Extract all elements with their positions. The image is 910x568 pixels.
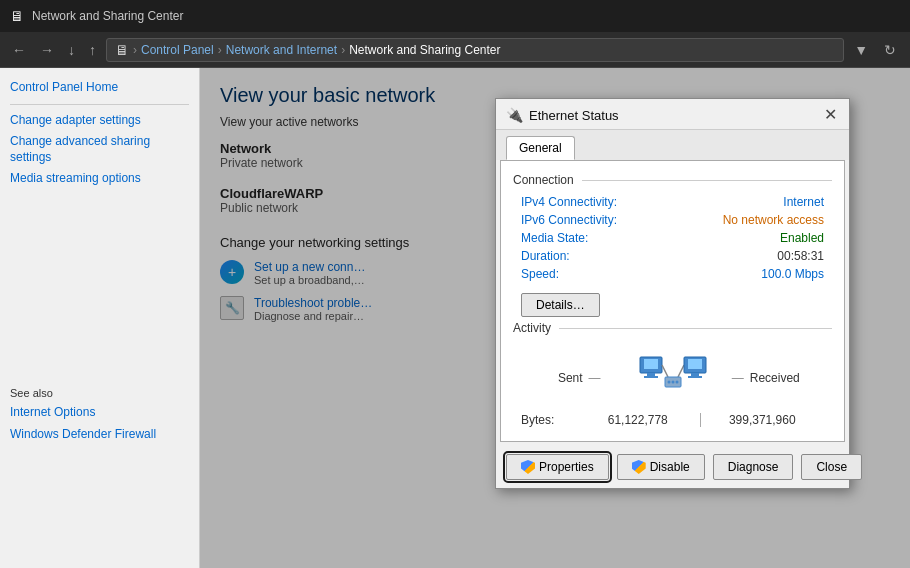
speed-row: Speed: 100.0 Mbps (513, 267, 832, 281)
svg-rect-13 (688, 376, 702, 378)
duration-label: Duration: (521, 249, 570, 263)
speed-value: 100.0 Mbps (761, 267, 824, 281)
properties-label: Properties (539, 460, 594, 474)
dialog-body: Connection IPv4 Connectivity: Internet I… (500, 160, 845, 442)
media-state-row: Media State: Enabled (513, 231, 832, 245)
sidebar-link-sharing[interactable]: Change advanced sharing settings (10, 134, 189, 165)
sidebar-link-firewall[interactable]: Windows Defender Firewall (10, 427, 189, 443)
properties-button[interactable]: Properties (506, 454, 609, 480)
disable-button[interactable]: Disable (617, 454, 705, 480)
sidebar-link-media[interactable]: Media streaming options (10, 171, 189, 187)
breadcrumb-control-panel[interactable]: Control Panel (141, 43, 214, 57)
svg-line-5 (678, 365, 684, 377)
svg-point-9 (675, 381, 678, 384)
ipv6-value: No network access (723, 213, 824, 227)
bytes-received: 399,371,960 (701, 413, 825, 427)
svg-line-4 (662, 365, 668, 377)
speed-label: Speed: (521, 267, 559, 281)
title-bar-icon: 🖥 (10, 8, 24, 24)
properties-shield-icon (521, 460, 535, 474)
details-row: Details… (513, 285, 832, 321)
dialog-footer: Properties Disable Diagnose Close (496, 446, 849, 488)
refresh-button[interactable]: ↻ (878, 40, 902, 60)
dialog-close-x-button[interactable]: ✕ (822, 107, 839, 123)
svg-point-8 (671, 381, 674, 384)
breadcrumb-network-internet[interactable]: Network and Internet (226, 43, 337, 57)
duration-row: Duration: 00:58:31 (513, 249, 832, 263)
address-bar: ← → ↓ ↑ 🖥 › Control Panel › Network and … (0, 32, 910, 68)
dialog-tabs: General (496, 130, 849, 160)
svg-rect-11 (688, 359, 702, 369)
sidebar-link-cp-home[interactable]: Control Panel Home (10, 80, 189, 96)
network-computers-icon (638, 349, 708, 404)
down-button[interactable]: ↓ (64, 40, 79, 60)
content-area: View your basic network View your active… (200, 68, 910, 568)
duration-value: 00:58:31 (777, 249, 824, 263)
received-label: Received (750, 371, 800, 385)
up-button[interactable]: ↑ (85, 40, 100, 60)
ipv6-label: IPv6 Connectivity: (521, 213, 617, 227)
see-also-title: See also (10, 387, 189, 399)
back-button[interactable]: ← (8, 40, 30, 60)
svg-rect-1 (644, 359, 658, 369)
breadcrumb-current: Network and Sharing Center (349, 43, 500, 57)
diagnose-label: Diagnose (728, 460, 779, 474)
ipv4-value: Internet (783, 195, 824, 209)
svg-rect-3 (644, 376, 658, 378)
title-bar-text: Network and Sharing Center (32, 9, 183, 23)
sidebar-divider-1 (10, 104, 189, 105)
activity-section-header: Activity (513, 321, 832, 335)
disable-label: Disable (650, 460, 690, 474)
dialog-title-icon: 🔌 (506, 107, 523, 123)
sidebar: Control Panel Home Change adapter settin… (0, 68, 200, 568)
dialog-title-text: Ethernet Status (529, 108, 619, 123)
title-bar: 🖥 Network and Sharing Center (0, 0, 910, 32)
diagnose-button[interactable]: Diagnose (713, 454, 794, 480)
bytes-label: Bytes: (521, 413, 576, 427)
modal-overlay: 🔌 Ethernet Status ✕ General Connection I… (200, 68, 910, 568)
ethernet-status-dialog: 🔌 Ethernet Status ✕ General Connection I… (495, 98, 850, 489)
forward-button[interactable]: → (36, 40, 58, 60)
bytes-sent: 61,122,778 (576, 413, 700, 427)
breadcrumb-icon: 🖥 (115, 42, 129, 58)
dropdown-button[interactable]: ▼ (850, 40, 872, 60)
ipv4-row: IPv4 Connectivity: Internet (513, 195, 832, 209)
svg-point-7 (667, 381, 670, 384)
connection-section-header: Connection (513, 173, 832, 187)
close-button[interactable]: Close (801, 454, 862, 480)
disable-shield-icon (632, 460, 646, 474)
details-button[interactable]: Details… (521, 293, 600, 317)
bytes-row: Bytes: 61,122,778 399,371,960 (513, 411, 832, 429)
sidebar-link-adapter[interactable]: Change adapter settings (10, 113, 189, 129)
sent-label: Sent (558, 371, 583, 385)
media-state-label: Media State: (521, 231, 588, 245)
sidebar-link-internet-options[interactable]: Internet Options (10, 405, 189, 421)
dialog-titlebar: 🔌 Ethernet Status ✕ (496, 99, 849, 130)
ipv6-row: IPv6 Connectivity: No network access (513, 213, 832, 227)
tab-general[interactable]: General (506, 136, 575, 160)
media-state-value: Enabled (780, 231, 824, 245)
svg-rect-2 (647, 373, 655, 376)
main-content: Control Panel Home Change adapter settin… (0, 68, 910, 568)
svg-rect-12 (691, 373, 699, 376)
address-field: 🖥 › Control Panel › Network and Internet… (106, 38, 844, 62)
ipv4-label: IPv4 Connectivity: (521, 195, 617, 209)
breadcrumb: 🖥 › Control Panel › Network and Internet… (115, 42, 501, 58)
